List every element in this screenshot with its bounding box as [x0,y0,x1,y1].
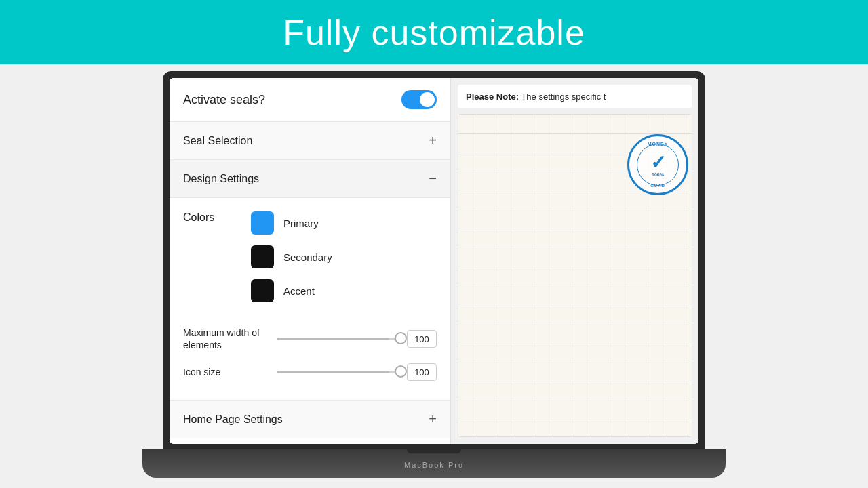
note-bar: Please Note: The settings specific t [458,85,692,108]
color-item-primary[interactable]: Primary [251,211,437,235]
seal-selection-row[interactable]: Seal Selection + [170,122,450,160]
top-banner: Fully customizable [0,0,868,64]
activate-label: Activate seals? [183,93,265,107]
secondary-label: Secondary [283,251,332,263]
left-panel: Activate seals? Seal Selection + Design … [170,78,451,444]
sliders-section: Maximum width of elements 100 Icon size [170,320,450,400]
secondary-swatch [251,245,274,268]
grid-canvas: MONEY ✓ 100% GUAR [458,114,692,437]
max-width-thumb[interactable] [395,332,407,344]
banner-title: Fully customizable [283,12,585,53]
design-settings-minus-icon: − [429,171,437,186]
grid-preview: MONEY ✓ 100% GUAR [458,114,692,437]
seal-bottom-text: GUAR [650,184,665,188]
design-settings-label: Design Settings [183,173,259,185]
home-page-label: Home Page Settings [183,413,283,426]
design-settings-row[interactable]: Design Settings − [170,160,450,198]
icon-size-thumb[interactable] [395,365,407,378]
color-list: Primary Secondary Accent [251,211,437,313]
home-page-row[interactable]: Home Page Settings + [170,400,450,438]
color-item-secondary[interactable]: Secondary [251,245,437,268]
color-item-accent[interactable]: Accent [251,279,437,302]
colors-section: Colors Primary Secondary [170,198,450,320]
seal-selection-label: Seal Selection [183,135,252,147]
seal-sub-text: 100% [652,172,664,177]
icon-size-label: Icon size [183,366,271,378]
icon-size-slider[interactable] [277,371,401,373]
seal-top-text: MONEY [648,142,669,146]
activate-toggle[interactable] [401,90,437,109]
max-width-fill [277,338,389,340]
max-width-slider[interactable] [277,338,401,340]
icon-size-fill [277,371,389,373]
activate-row: Activate seals? [170,78,450,122]
home-page-plus-icon: + [429,411,437,427]
screen: Activate seals? Seal Selection + Design … [170,78,698,444]
macbook: Activate seals? Seal Selection + Design … [163,71,705,478]
icon-size-row: Icon size 100 [183,363,437,381]
laptop-notch [407,449,461,453]
seal-checkmark: ✓ [650,153,666,172]
seal-stamp: MONEY ✓ 100% GUAR [627,134,688,195]
primary-swatch [251,211,274,235]
seal-inner: MONEY ✓ 100% GUAR [637,144,679,186]
note-detail: The settings specific t [519,92,606,102]
max-width-value[interactable]: 100 [407,330,437,348]
primary-label: Primary [283,218,319,229]
laptop-base: MacBook Pro [142,449,726,478]
accent-label: Accent [283,285,315,297]
max-width-row: Maximum width of elements 100 [183,327,437,351]
note-bold: Please Note: [466,92,519,102]
max-width-label: Maximum width of elements [183,327,271,351]
accent-swatch [251,279,274,302]
macbook-label: MacBook Pro [404,461,464,469]
toggle-knob [420,92,435,107]
laptop-body: Activate seals? Seal Selection + Design … [163,71,705,451]
seal-outer: MONEY ✓ 100% GUAR [627,134,688,195]
seal-selection-plus-icon: + [429,133,437,148]
macbook-wrapper: Activate seals? Seal Selection + Design … [0,64,868,488]
right-panel: Please Note: The settings specific t MON… [451,78,698,444]
colors-header: Colors [183,211,251,224]
icon-size-value[interactable]: 100 [407,363,437,381]
